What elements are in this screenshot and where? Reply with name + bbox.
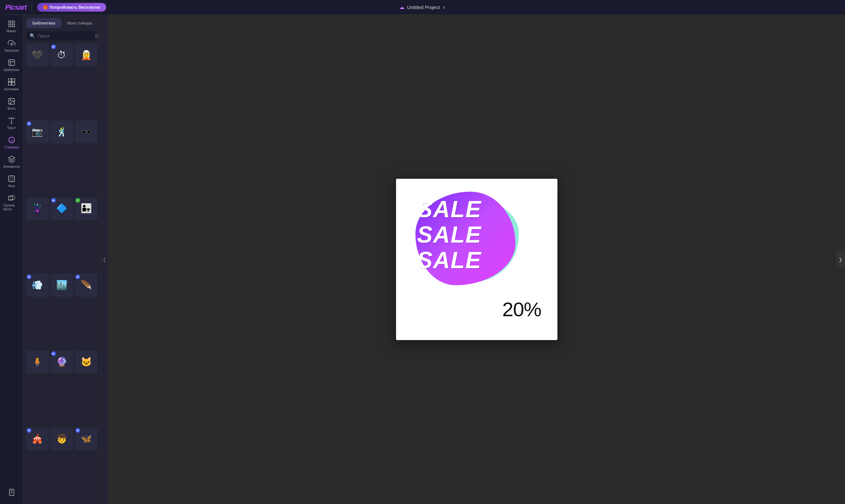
sticker-panel: Библиотека Мои стикеры 🔍 ☰ 🖤 ▶ ⏱ 🧝 ▶ 📷 [23,15,101,504]
sale-text-group: SALE SALE SALE [417,197,516,273]
topbar: Picsart 🎁 Попробовать бесплатно ☁ Untitl… [0,0,845,15]
sticker-cell-4[interactable]: ▶ 📷 [26,120,49,144]
svg-rect-10 [8,82,11,85]
try-free-button[interactable]: 🎁 Попробовать бесплатно [37,3,106,12]
sidebar-label-collages: Коллажи [4,87,19,91]
sidebar-icons: Макет Загрузки Шаблоны Коллажи Фото Текс… [0,15,23,504]
tab-mystickers[interactable]: Мои стикеры [62,18,97,28]
sidebar-label-text: Текст [7,126,16,130]
svg-rect-9 [12,79,15,82]
sidebar-item-photogroup[interactable]: Группа фото [2,192,22,214]
search-input[interactable] [38,34,92,38]
svg-marker-19 [8,156,15,159]
svg-rect-3 [12,24,15,27]
sidebar-item-templates[interactable]: Шаблоны [2,56,22,74]
sticker-cell-9[interactable]: ✓ 👨‍👧 [75,197,98,220]
sticker-cell-11[interactable]: 🏙️ [50,274,74,297]
sidebar-item-photo[interactable]: Фото [2,95,22,113]
sidebar-item-collages[interactable]: Коллажи [2,75,22,94]
sidebar-label-templates: Шаблоны [3,68,19,72]
sale-word-1: SALE [417,197,482,222]
svg-rect-5 [9,60,15,66]
sidebar-label-photogroup: Группа фото [3,203,20,211]
svg-rect-20 [9,176,15,182]
sidebar-label-uploads: Загрузки [4,49,18,52]
sticker-cell-8[interactable]: ▶ 🔷 [50,197,74,220]
sticker-grid: 🖤 ▶ ⏱ 🧝 ▶ 📷 🕺 🕶️ 🦹 [23,42,101,504]
tab-library[interactable]: Библиотека [26,18,61,28]
canvas-right-arrow[interactable]: ❯ [836,251,845,268]
sticker-cell-1[interactable]: 🖤 [26,43,49,67]
sticker-cell-3[interactable]: 🧝 [75,43,98,67]
svg-rect-2 [9,24,11,27]
project-title-area: ☁ Untitled Project ∨ [399,4,446,10]
sidebar-bottom [2,486,22,501]
sidebar-label-photo: Фото [7,107,16,110]
cloud-icon: ☁ [399,4,404,10]
sticker-cell-17[interactable]: 👦 [50,427,74,450]
svg-rect-11 [12,82,15,85]
sticker-badge-16: ▶ [27,428,31,433]
sticker-cell-14[interactable]: ▶ 🔮 [50,350,74,374]
sidebar-item-stickers[interactable]: Стикеры [2,133,22,152]
search-bar: 🔍 ☰ [26,31,97,40]
sticker-badge-10: ▶ [27,275,31,279]
sticker-cell-7[interactable]: 🦹 [26,197,49,220]
sticker-badge-2: ▶ [51,44,56,49]
collapse-panel-button[interactable]: ❮ [101,15,108,504]
project-title: Untitled Project [407,4,440,10]
sticker-badge-12: ▶ [75,275,80,279]
sticker-badge-4: ▶ [27,121,31,126]
discount-text: 20% [502,298,541,321]
sticker-badge-9: ✓ [75,198,80,203]
sticker-cell-5[interactable]: 🕺 [50,120,74,144]
sidebar-item-background[interactable]: Фон [2,172,22,191]
sticker-badge-14: ▶ [51,352,56,356]
project-dropdown-chevron[interactable]: ∨ [443,5,446,10]
svg-rect-8 [8,79,11,82]
svg-rect-1 [12,21,15,23]
filter-icon[interactable]: ☰ [94,33,99,38]
search-icon: 🔍 [30,33,35,38]
sticker-badge-18: ▶ [75,428,80,433]
sidebar-label-layout: Макет [6,29,16,33]
sidebar-item-uploads[interactable]: Загрузки [2,37,22,55]
sticker-cell-10[interactable]: ▶ 💨 [26,274,49,297]
svg-point-16 [9,137,15,143]
sidebar-label-background: Фон [8,184,15,188]
topbar-divider [32,3,32,11]
picsart-logo: Picsart [5,3,26,12]
sticker-cell-12[interactable]: ▶ 🪶 [75,274,98,297]
sticker-cell-6[interactable]: 🕶️ [75,120,98,144]
canvas-area: SALE SALE SALE 20% ❯ [108,15,845,504]
sidebar-item-text[interactable]: Текст [2,114,22,132]
svg-point-13 [10,100,11,101]
sticker-cell-15[interactable]: 🐱 [75,350,98,374]
svg-rect-0 [9,21,11,23]
sidebar-item-pages[interactable] [2,486,22,499]
sidebar-label-stickers: Стикеры [4,145,18,149]
sidebar-item-layout[interactable]: Макет [2,17,22,36]
sale-word-3: SALE [417,248,482,273]
sale-word-2: SALE [417,222,482,248]
sidebar-label-elements: Элементы [3,165,20,168]
canvas-card: SALE SALE SALE 20% [396,179,557,340]
sidebar-item-elements[interactable]: Элементы [2,153,22,171]
main-layout: Макет Загрузки Шаблоны Коллажи Фото Текс… [0,15,845,504]
sticker-cell-18[interactable]: ▶ 🦋 [75,427,98,450]
sticker-badge-8: ▶ [51,198,56,203]
sticker-cell-16[interactable]: ▶ 🎪 [26,427,49,450]
sticker-cell-2[interactable]: ▶ ⏱ [50,43,74,67]
svg-rect-23 [10,489,14,496]
panel-tabs: Библиотека Мои стикеры [23,15,101,28]
sticker-cell-13[interactable]: 🧍 [26,350,49,374]
